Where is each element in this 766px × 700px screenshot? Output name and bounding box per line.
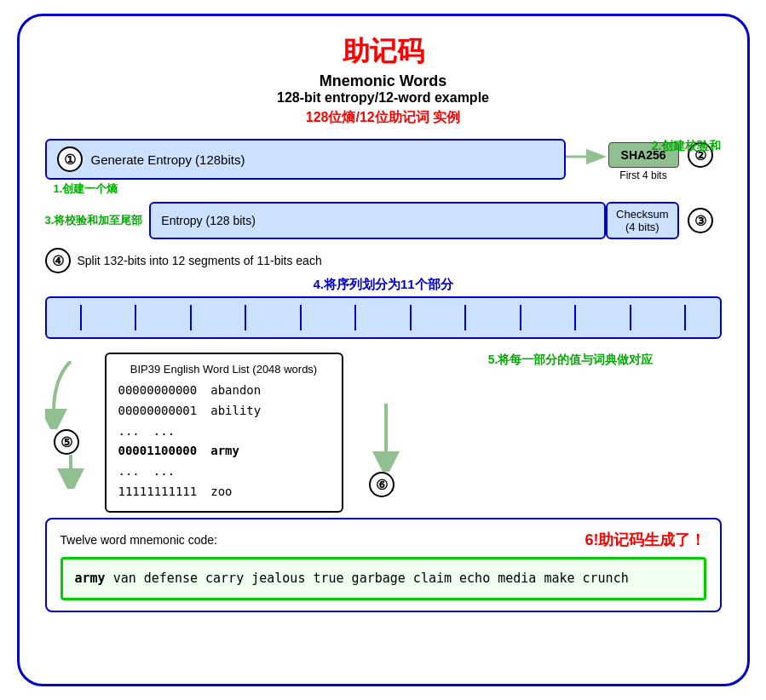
right-curve-arrow [360,404,412,472]
step5-down-arrow [45,455,96,489]
bip39-binary-0: 00000000000 [118,381,198,401]
left-curve-arrow [45,361,96,429]
bip39-word-5: zoo [210,482,232,502]
step4-row: ④ Split 132-bits into 12 segments of 11-… [45,248,722,273]
segments-bar [45,296,722,339]
checksum-label: Checksum(4 bits) [616,208,668,233]
entropy-box: Entropy (128 bits) [149,202,606,239]
first4bits-label: First 4 bits [619,169,666,181]
mnemonic-box: army van defense carry jealous true garb… [60,557,706,601]
bip39-title: BIP39 English Word List (2048 words) [118,363,330,376]
main-container: 助记码 Mnemonic Words 128-bit entropy/12-wo… [17,14,750,686]
title-en: Mnemonic Words [45,72,722,90]
checksum-box: Checksum(4 bits) [606,202,678,239]
step6-circle: ⑥ [369,472,395,497]
step2-annotation: 2.创建校验和 [652,139,722,154]
output-label: Twelve word mnemonic code: [60,533,217,547]
step5-circle: ⑤ [54,429,79,455]
bip39-area: 5.将每一部分的值与词典做对应 ⑤ [45,353,722,513]
step4-annotation: 4.将序列划分为11个部分 [45,277,722,293]
mnemonic-rest: van defense carry jealous true garbage c… [106,571,629,586]
output-label-row: Twelve word mnemonic code: 6!助记码生成了！ [60,530,706,550]
step1-annotation: 1.创建一个熵 [54,181,566,197]
step3-row: 3.将校验和加至尾部 Entropy (128 bits) Checksum(4… [45,202,722,239]
bip39-word-3: army [210,441,239,462]
bip39-binary-5: 11111111111 [118,482,198,502]
bip39-binary-4: ... [118,462,140,482]
step4-description: Split 132-bits into 12 segments of 11-bi… [78,254,322,267]
bip39-word-1: ability [210,401,261,422]
step1-box: ① Generate Entropy (128bits) [45,139,566,180]
step3-circle: ③ [688,208,713,233]
step1-circle: ① [57,146,83,172]
bip39-binary-3: 00001100000 [118,441,198,462]
step5-annotation: 5.将每一部分的值与词典做对应 [488,353,654,368]
step1-label: Generate Entropy (128bits) [91,152,245,167]
bip39-word-2: ... [153,422,175,442]
step4-circle: ④ [45,248,71,273]
bip39-word-0: abandon [210,381,261,401]
step6-annotation: 6!助记码生成了！ [585,530,706,550]
output-section: Twelve word mnemonic code: 6!助记码生成了！ arm… [45,518,722,613]
arrow-to-sha [566,144,608,169]
mnemonic-first-word: army [75,571,106,586]
subtitle-zh: 128位熵/12位助记词 实例 [45,109,722,127]
bip39-table: 00000000000 abandon 00000000001 ability … [118,381,330,502]
bip39-binary-2: ... [118,422,140,442]
step3-annotation: 3.将校验和加至尾部 [45,213,143,228]
bip39-box: BIP39 English Word List (2048 words) 000… [105,353,343,513]
title-zh: 助记码 [45,33,722,71]
bip39-binary-1: 00000000001 [118,401,198,422]
bip39-word-4: ... [153,462,175,482]
subtitle-en: 128-bit entropy/12-word example [45,90,722,106]
